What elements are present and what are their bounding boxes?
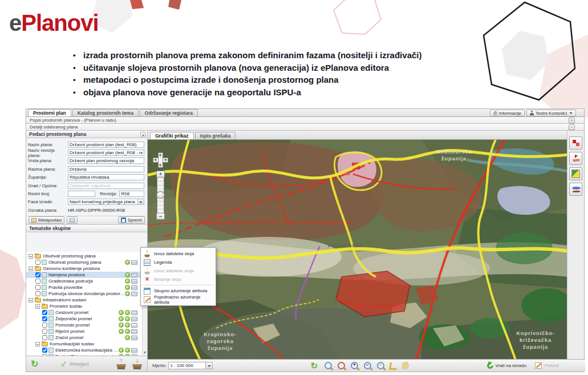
thematic-layers-button[interactable] (569, 136, 582, 150)
tab-graficki-prikaz[interactable]: Grafički prikaz (150, 132, 194, 139)
export-basket-icon[interactable] (116, 358, 127, 369)
menu-item-legenda[interactable]: Legenda (142, 258, 214, 267)
vrsta-plana-input[interactable] (68, 158, 144, 164)
list-view-button[interactable] (67, 216, 78, 224)
attribute-table-icon[interactable] (131, 273, 137, 277)
attribute-table-icon[interactable] (131, 279, 137, 284)
tree-layer[interactable]: Pravila provedbe (26, 284, 142, 291)
zoom-in-button[interactable] (156, 171, 165, 178)
vrati-na-doradu-button[interactable]: Vrati na doradu (487, 362, 526, 369)
layer-visibility-checkbox[interactable] (35, 260, 40, 265)
layer-visibility-checkbox[interactable] (42, 329, 47, 334)
section-popis-planova[interactable]: Popis prostornih planova - (Planovi u ra… (26, 117, 584, 124)
chevron-down-icon[interactable] (137, 199, 144, 204)
menu-item-brisanje[interactable]: Brisanje sloja (142, 275, 214, 284)
nipp-button[interactable]: NIPP (569, 152, 582, 165)
grad-opcina-input[interactable] (68, 183, 144, 189)
menu-item-uvoz[interactable]: Uvoz datoteke sloja (142, 267, 214, 275)
collapse-toggle-icon[interactable] (35, 342, 40, 346)
layer-visibility-checkbox[interactable] (42, 310, 47, 315)
layer-visibility-checkbox[interactable] (42, 316, 47, 321)
menu-item-pojedinacno[interactable]: Pojedinačno ažuriranje atributa (142, 295, 214, 304)
user-menu-button[interactable]: Testni Korisnik1 (526, 110, 576, 116)
collapse-toggle-icon[interactable] (29, 298, 33, 303)
pan-up-icon[interactable] (159, 154, 161, 156)
map-refresh-icon[interactable] (311, 361, 320, 370)
provjeri-button[interactable]: Provjeri (60, 359, 89, 369)
zoom-box-out-icon[interactable] (337, 361, 346, 370)
collapse-section-button[interactable] (569, 124, 575, 130)
tab-katalog-prostornih-tema[interactable]: Katalog prostornih tema (72, 109, 139, 116)
layer-visibility-checkbox[interactable] (35, 285, 40, 290)
tree-layer[interactable]: Zračni promet (26, 334, 142, 341)
potvrdi-button[interactable]: Potvrdi (534, 362, 559, 369)
tree-folder[interactable]: Prometni sustav (26, 303, 142, 309)
zoom-out-button[interactable] (156, 213, 165, 220)
menu-item-izvoz[interactable]: Izvoz datoteke sloja (142, 249, 214, 258)
tree-layer[interactable]: Područja obveze donošenja prostornih pla… (26, 291, 142, 297)
razina-plana-input[interactable] (68, 166, 144, 172)
attribute-table-icon[interactable] (131, 323, 137, 328)
layer-visibility-checkbox[interactable] (35, 279, 40, 284)
pan-right-icon[interactable] (165, 159, 167, 161)
attribute-table-icon[interactable] (131, 317, 137, 321)
layer-visibility-checkbox[interactable] (35, 291, 40, 296)
basemap-button[interactable] (569, 167, 582, 180)
measure-length-icon[interactable] (389, 362, 398, 370)
refresh-icon[interactable] (31, 360, 38, 369)
zoom-in-icon[interactable] (350, 361, 359, 370)
orthophoto-button[interactable] (569, 183, 582, 196)
layer-visibility-checkbox[interactable] (42, 335, 47, 340)
attribute-table-icon[interactable] (131, 336, 137, 340)
tree-layer[interactable]: Obuhvat prostornog plana (26, 259, 142, 265)
attribute-table-icon[interactable] (131, 292, 137, 296)
tree-folder[interactable]: Infrastrukturni sustavi (26, 297, 142, 303)
tree-layer[interactable]: Pomorski promet (26, 322, 142, 328)
tree-layer[interactable]: Željeznički promet (26, 316, 142, 322)
pan-down-icon[interactable] (159, 164, 161, 167)
tree-folder[interactable]: Osnovno korištenje prostora (26, 265, 142, 272)
zoom-box-in-icon[interactable] (324, 361, 333, 370)
chevron-down-icon[interactable] (205, 362, 212, 369)
measure-area-icon[interactable] (401, 361, 410, 370)
tree-layer-selected[interactable]: Namjena prostora (26, 272, 142, 278)
zoom-extent-icon[interactable] (376, 361, 386, 370)
pan-left-icon[interactable] (154, 159, 156, 161)
zoom-out-icon[interactable] (363, 361, 372, 370)
attribute-table-icon[interactable] (131, 311, 137, 315)
revizija-input[interactable] (119, 191, 144, 197)
tree-layer[interactable]: Elektronička komunikacijska mreža (26, 347, 142, 353)
attribute-table-icon[interactable] (131, 329, 137, 334)
attribute-table-icon[interactable] (131, 260, 137, 265)
tree-folder[interactable]: Komunikacijski sustav (26, 341, 142, 347)
tab-odrzavanje-registara[interactable]: Održavanje registara (140, 109, 198, 116)
collapse-toggle-icon[interactable] (29, 267, 33, 271)
tab-ispis-gresaka[interactable]: Ispis grešaka (195, 132, 236, 139)
scale-select[interactable]: 1 : 100 000 (168, 362, 213, 369)
scroll-down-icon[interactable] (144, 352, 146, 354)
spremi-button[interactable]: Spremi (118, 216, 145, 224)
faza-izrade-select[interactable]: Nacrt konačnog prijedloga plana (68, 199, 144, 205)
collapse-toggle-icon[interactable] (29, 254, 33, 259)
metapodaci-button[interactable]: Metapodaci (29, 216, 64, 224)
informacije-button[interactable]: Informacije (490, 110, 525, 116)
tab-prostorni-plan[interactable]: Prostorni plan (28, 109, 71, 116)
layer-visibility-checkbox[interactable] (35, 272, 40, 277)
layer-visibility-checkbox[interactable] (42, 348, 47, 353)
section-detalji-plana[interactable]: Detalji odabranog plana (26, 124, 584, 131)
map-pan-control[interactable] (153, 152, 168, 168)
tree-layer[interactable]: Riječni promet (26, 328, 142, 334)
naziv-plana-input[interactable] (68, 142, 144, 148)
collapse-toggle-icon[interactable] (35, 304, 40, 309)
collapse-panel-icon[interactable] (140, 132, 145, 137)
naziv-revizije-input[interactable] (68, 150, 144, 156)
expand-section-button[interactable] (569, 118, 575, 123)
tree-layer[interactable]: Građevinska područja (26, 278, 142, 284)
attribute-table-icon[interactable] (131, 285, 137, 290)
zoom-slider-handle[interactable] (156, 191, 165, 199)
layer-visibility-checkbox[interactable] (42, 322, 47, 328)
attribute-table-icon[interactable] (131, 348, 137, 353)
tree-folder[interactable]: Obuhvat prostornog plana (26, 253, 142, 259)
tree-layer[interactable]: Cestovni promet (26, 309, 142, 316)
import-basket-icon[interactable] (132, 358, 143, 369)
